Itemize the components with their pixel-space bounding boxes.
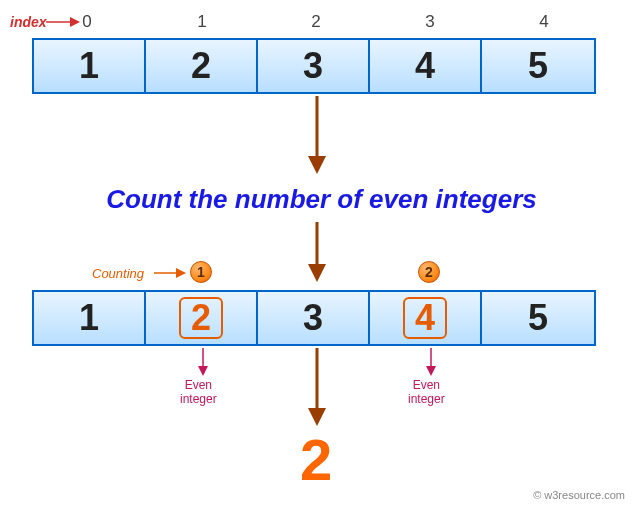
- cell-bot-3: 4: [370, 292, 482, 344]
- arrow-down-1: [306, 96, 328, 174]
- svg-marker-3: [308, 156, 326, 174]
- svg-marker-13: [308, 408, 326, 426]
- index-4: 4: [534, 12, 554, 32]
- cell-top-4: 5: [482, 40, 594, 92]
- cell-top-0: 1: [34, 40, 146, 92]
- even-arrow-1: [196, 348, 210, 376]
- even-label-1: Even integer: [180, 378, 217, 407]
- even-label-2: Even integer: [408, 378, 445, 407]
- arrow-down-3: [306, 348, 328, 426]
- svg-marker-11: [426, 366, 436, 376]
- cell-top-2: 3: [258, 40, 370, 92]
- index-3: 3: [420, 12, 440, 32]
- cell-top-1: 2: [146, 40, 258, 92]
- index-1: 1: [192, 12, 212, 32]
- counting-label: Counting: [92, 266, 144, 281]
- count-badge-2: 2: [418, 261, 440, 283]
- counting-arrow: [154, 266, 186, 280]
- svg-marker-7: [176, 268, 186, 278]
- index-0: 0: [77, 12, 97, 32]
- svg-marker-9: [198, 366, 208, 376]
- diagram-title: Count the number of even integers: [0, 184, 643, 215]
- cell-top-3: 4: [370, 40, 482, 92]
- cell-bot-4: 5: [482, 292, 594, 344]
- cell-bot-1-value: 2: [179, 297, 223, 339]
- arrow-down-2: [306, 222, 328, 282]
- svg-marker-5: [308, 264, 326, 282]
- credit: © w3resource.com: [533, 489, 625, 501]
- cell-bot-3-value: 4: [403, 297, 447, 339]
- cell-bot-0: 1: [34, 292, 146, 344]
- array-bottom: 1 2 3 4 5: [32, 290, 596, 346]
- index-label: index: [10, 14, 47, 30]
- even-arrow-2: [424, 348, 438, 376]
- index-arrow: [46, 15, 80, 29]
- index-2: 2: [306, 12, 326, 32]
- cell-bot-1: 2: [146, 292, 258, 344]
- count-badge-1: 1: [190, 261, 212, 283]
- array-top: 1 2 3 4 5: [32, 38, 596, 94]
- result-value: 2: [300, 426, 332, 493]
- cell-bot-2: 3: [258, 292, 370, 344]
